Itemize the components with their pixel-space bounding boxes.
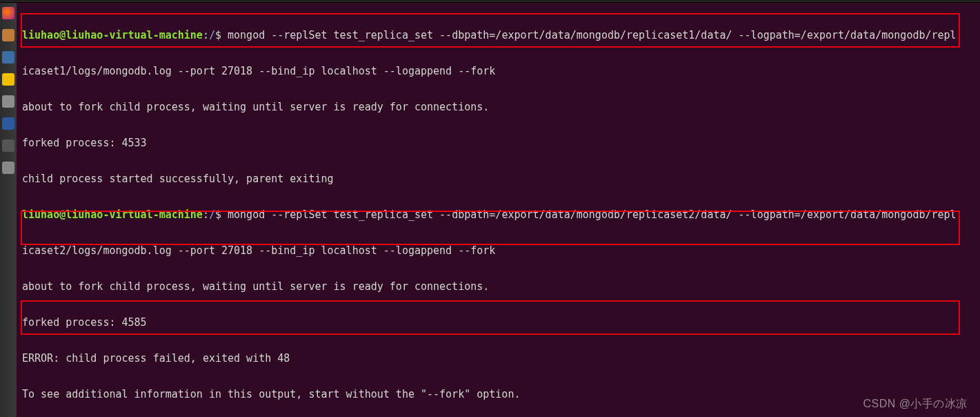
prompt-user: liuhao@liuhao-virtual-machine	[22, 208, 203, 221]
command-text: mongod --replSet test_replica_set --dbpa…	[221, 208, 957, 221]
files-icon[interactable]	[2, 29, 14, 41]
terminal-content[interactable]: liuhao@liuhao-virtual-machine:/$ mongod …	[17, 3, 980, 417]
terminal-line: forked process: 4585	[22, 313, 974, 331]
terminal-line: ERROR: child process failed, exited with…	[22, 349, 974, 367]
terminal-line: icaset2/logs/mongodb.log --port 27018 --…	[22, 242, 974, 260]
app-icon-1[interactable]	[2, 51, 14, 64]
terminal-line: about to fork child process, waiting unt…	[22, 98, 974, 116]
launcher-sidebar	[0, 3, 17, 417]
prompt-path: /	[209, 208, 215, 221]
watermark-text: CSDN @小手の冰凉	[863, 395, 968, 413]
app-icon-4[interactable]	[2, 139, 14, 152]
prompt-path: /	[209, 29, 215, 41]
prompt-colon: :	[203, 208, 209, 221]
prompt-dollar: $	[215, 208, 221, 221]
text-editor-icon[interactable]	[2, 95, 14, 108]
terminal-line: liuhao@liuhao-virtual-machine:/$ mongod …	[22, 206, 974, 224]
app-icon-5[interactable]	[2, 162, 14, 174]
terminal-line: To see additional information in this ou…	[22, 385, 974, 403]
terminal-line: liuhao@liuhao-virtual-machine:/$ mongod …	[22, 26, 974, 44]
prompt-dollar: $	[215, 29, 221, 41]
terminal-line: about to fork child process, waiting unt…	[22, 278, 974, 295]
firefox-icon[interactable]	[2, 7, 14, 19]
terminal-line: child process started successfully, pare…	[22, 170, 974, 188]
terminal-line: icaset1/logs/mongodb.log --port 27018 --…	[22, 62, 974, 80]
prompt-colon: :	[203, 29, 209, 41]
terminal-line: forked process: 4533	[22, 134, 974, 152]
command-text: mongod --replSet test_replica_set --dbpa…	[221, 29, 957, 41]
prompt-user: liuhao@liuhao-virtual-machine	[22, 29, 203, 41]
app-icon-3[interactable]	[2, 117, 14, 130]
app-icon-2[interactable]	[2, 73, 14, 86]
